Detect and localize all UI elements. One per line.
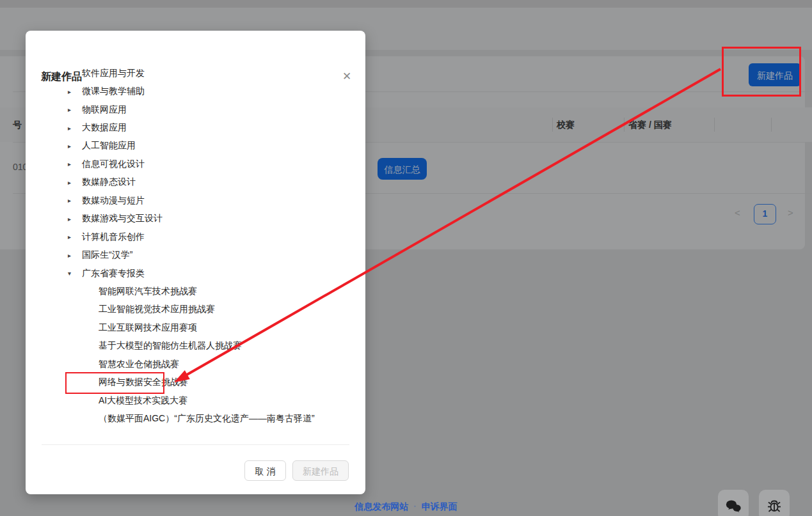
modal-footer-divider <box>42 444 349 445</box>
page-footer-links: 信息发布网站·申诉界面 <box>0 501 812 513</box>
tree-node-label: 人工智能应用 <box>82 140 136 152</box>
tree-node[interactable]: ▸人工智能应用 <box>26 137 365 155</box>
tree-node[interactable]: ▸数媒游戏与交互设计 <box>26 210 365 228</box>
caret-right-icon[interactable]: ▸ <box>68 179 82 186</box>
tree-leaf[interactable]: 基于大模型的智能仿生机器人挑战赛 <box>26 337 365 355</box>
new-work-button[interactable]: 新建作品 <box>749 63 801 86</box>
tree-node-label: 信息可视化设计 <box>82 159 145 170</box>
cancel-button[interactable]: 取 消 <box>244 460 286 481</box>
column-separator <box>771 118 772 132</box>
bug-icon <box>766 499 783 516</box>
column-header-province-national: 省赛 / 国赛 <box>628 120 672 131</box>
tree-node-label: 广东省赛专报类 <box>82 268 145 279</box>
new-work-modal: 新建作品 ✕ ▸软件应用与开发▸微课与教学辅助▸物联网应用▸大数据应用▸人工智能… <box>26 31 365 494</box>
caret-right-icon[interactable]: ▸ <box>68 106 82 113</box>
column-separator <box>624 118 625 132</box>
tree-node[interactable]: ▸数媒动漫与短片 <box>26 192 365 210</box>
tree-leaf[interactable]: 智能网联汽车技术挑战赛 <box>26 283 365 301</box>
info-summary-button[interactable]: 信息汇总 <box>378 158 427 180</box>
info-site-link[interactable]: 信息发布网站 <box>354 501 408 512</box>
tree-node-label: 国际生“汉学” <box>82 249 132 261</box>
column-separator <box>714 118 715 132</box>
category-tree: ▸软件应用与开发▸微课与教学辅助▸物联网应用▸大数据应用▸人工智能应用▸信息可视… <box>26 65 365 428</box>
caret-right-icon[interactable]: ▸ <box>68 252 82 259</box>
caret-right-icon[interactable]: ▸ <box>68 197 82 204</box>
tree-leaf[interactable]: （数媒平面AIGC）“广东历史文化遗产——南粤古驿道” <box>26 410 365 428</box>
tree-leaf-network-data-security[interactable]: 网络与数据安全挑战赛 <box>26 373 365 391</box>
tree-leaf[interactable]: 智慧农业仓储挑战赛 <box>26 356 365 373</box>
tree-node[interactable]: ▸计算机音乐创作 <box>26 228 365 246</box>
appeal-page-link[interactable]: 申诉界面 <box>422 501 458 512</box>
pagination-prev-button[interactable]: < <box>735 207 740 218</box>
tree-node[interactable]: ▸微课与教学辅助 <box>26 82 365 100</box>
tree-node-label: 数媒动漫与短片 <box>82 195 145 207</box>
pagination-next-button[interactable]: > <box>788 207 793 218</box>
tree-node-label: 数媒静态设计 <box>82 176 136 188</box>
tree-node[interactable]: ▾广东省赛专报类 <box>26 264 365 282</box>
tree-node[interactable]: ▸信息可视化设计 <box>26 155 365 173</box>
caret-right-icon[interactable]: ▸ <box>68 160 82 168</box>
tree-node-label: 微课与教学辅助 <box>82 86 145 97</box>
caret-right-icon[interactable]: ▸ <box>68 233 82 240</box>
tree-node[interactable]: ▸大数据应用 <box>26 119 365 137</box>
tree-leaf[interactable]: 工业智能视觉技术应用挑战赛 <box>26 301 365 318</box>
caret-down-icon[interactable]: ▾ <box>68 270 82 277</box>
bug-report-button[interactable] <box>759 490 790 516</box>
tree-node-label: 数媒游戏与交互设计 <box>82 213 163 224</box>
tree-node-label: 大数据应用 <box>82 122 127 134</box>
tree-node-label: 计算机音乐创作 <box>82 231 145 243</box>
tree-node[interactable]: ▸软件应用与开发 <box>26 65 365 82</box>
tree-leaf[interactable]: 工业互联网技术应用赛项 <box>26 319 365 337</box>
create-work-submit-button[interactable]: 新建作品 <box>292 460 349 481</box>
tree-node-label: 物联网应用 <box>82 104 127 116</box>
browser-top-strip <box>0 0 812 8</box>
tree-node[interactable]: ▸国际生“汉学” <box>26 246 365 264</box>
tree-leaf[interactable]: AI大模型技术实践大赛 <box>26 391 365 409</box>
wechat-icon <box>725 499 742 516</box>
pagination-page-1[interactable]: 1 <box>754 204 776 224</box>
caret-right-icon[interactable]: ▸ <box>68 88 82 95</box>
caret-right-icon[interactable]: ▸ <box>68 215 82 223</box>
caret-right-icon[interactable]: ▸ <box>68 70 82 77</box>
column-header-school-round: 校赛 <box>557 120 575 131</box>
tree-node[interactable]: ▸物联网应用 <box>26 100 365 118</box>
tree-node[interactable]: ▸数媒静态设计 <box>26 173 365 191</box>
caret-right-icon[interactable]: ▸ <box>68 143 82 150</box>
caret-right-icon[interactable]: ▸ <box>68 125 82 132</box>
app-screen: 新建作品 号 校赛 省赛 / 国赛 010916 信息汇总 < 1 > 信息发布… <box>0 0 812 516</box>
tree-node-label: 软件应用与开发 <box>82 68 145 79</box>
column-header-id: 号 <box>13 120 22 131</box>
link-separator: · <box>413 501 417 512</box>
column-separator <box>552 118 553 132</box>
wechat-contact-button[interactable] <box>718 490 749 516</box>
